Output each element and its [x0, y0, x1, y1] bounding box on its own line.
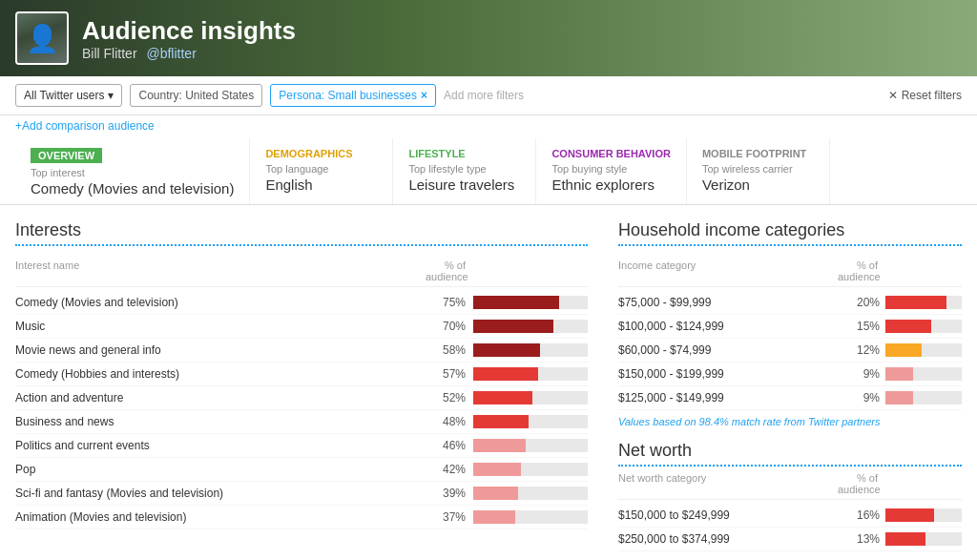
table-row: Action and adventure52%: [15, 386, 588, 410]
interests-table-body: Comedy (Movies and television)75%Music70…: [15, 291, 588, 529]
avatar: [15, 11, 69, 65]
list-item: $150,000 to $249,99916%: [618, 504, 962, 528]
reset-label: Reset filters: [902, 89, 962, 102]
col-interest-name: Interest name: [15, 259, 426, 282]
reset-x-icon: ✕: [888, 89, 901, 102]
table-row: Comedy (Movies and television)75%: [15, 291, 588, 315]
tab-lifestyle-sublabel: Top lifestyle type: [408, 163, 520, 175]
income-bar-container: [885, 391, 962, 404]
networth-pct: 16%: [847, 508, 885, 522]
networth-table-body: $150,000 to $249,99916%$250,000 to $374,…: [618, 504, 962, 551]
interest-name: Politics and current events: [15, 439, 426, 452]
interests-table-header: Interest name % of audience: [15, 256, 588, 287]
table-row: Movie news and general info58%: [15, 339, 588, 363]
interests-panel: Interests Interest name % of audience Co…: [15, 220, 588, 551]
networth-bar-container: [885, 532, 962, 546]
main-content: Interests Interest name % of audience Co…: [0, 205, 977, 560]
interest-bar-container: [473, 391, 588, 404]
avatar-image: [17, 13, 67, 63]
interest-bar: [473, 510, 515, 524]
interest-pct: 37%: [426, 510, 473, 524]
tab-consumer-sublabel: Top buying style: [551, 163, 670, 175]
income-title: Household income categories: [618, 220, 962, 246]
income-table-body: $75,000 - $99,99920%$100,000 - $124,9991…: [618, 291, 962, 410]
tab-demographics-value: English: [265, 176, 377, 193]
reset-filters-button[interactable]: ✕ Reset filters: [888, 89, 962, 102]
list-item: $100,000 - $124,99915%: [618, 315, 962, 339]
income-pct: 15%: [847, 320, 885, 333]
col-interest-pct: % of audience: [426, 259, 473, 282]
income-category: $75,000 - $99,999: [618, 296, 847, 309]
col-networth-pct: % of audience: [838, 472, 885, 495]
interest-bar-container: [473, 439, 588, 452]
table-row: Music70%: [15, 315, 588, 339]
income-bar: [885, 367, 913, 381]
income-note: Values based on 98.4% match rate from Tw…: [618, 416, 962, 427]
table-row: Business and news48%: [15, 410, 588, 434]
table-row: Comedy (Hobbies and interests)57%: [15, 363, 588, 386]
interest-bar: [473, 463, 521, 476]
networth-title: Net worth: [618, 441, 962, 467]
interest-bar: [473, 487, 518, 500]
add-filter-button[interactable]: Add more filters: [444, 89, 881, 102]
income-bar-container: [885, 320, 962, 333]
networth-pct: 13%: [847, 532, 885, 546]
interest-name: Action and adventure: [15, 391, 426, 404]
networth-table-header: Net worth category % of audience: [618, 468, 962, 500]
interest-name: Comedy (Movies and television): [15, 296, 426, 309]
interest-pct: 46%: [426, 439, 473, 452]
interest-name: Animation (Movies and television): [15, 510, 426, 524]
tab-overview-sublabel: Top interest: [31, 167, 234, 178]
list-item: $125,000 - $149,9999%: [618, 386, 962, 410]
list-item: $60,000 - $74,99912%: [618, 339, 962, 363]
income-bar: [885, 343, 922, 357]
income-bar-container: [885, 343, 962, 357]
income-bar: [885, 320, 931, 333]
persona-filter-label: Persona: Small businesses: [279, 89, 417, 102]
tab-demographics[interactable]: DEMOGRAPHICSTop languageEnglish: [250, 138, 393, 204]
interest-pct: 52%: [426, 391, 473, 404]
table-row: Sci-fi and fantasy (Movies and televisio…: [15, 482, 588, 506]
audience-dropdown[interactable]: All Twitter users ▾: [15, 84, 122, 107]
tab-lifestyle[interactable]: LIFESTYLETop lifestyle typeLeisure trave…: [393, 138, 536, 204]
interest-bar-container: [473, 343, 588, 357]
tab-mobile-label: MOBILE FOOTPRINT: [702, 148, 814, 159]
income-pct: 12%: [847, 343, 885, 357]
comparison-link[interactable]: +Add comparison audience: [0, 115, 977, 138]
interest-bar-container: [473, 510, 588, 524]
persona-filter[interactable]: Persona: Small businesses ×: [270, 84, 436, 107]
interest-name: Pop: [15, 463, 426, 476]
tab-lifestyle-label: LIFESTYLE: [408, 148, 520, 159]
income-category: $60,000 - $74,999: [618, 343, 847, 357]
country-filter[interactable]: Country: United States: [130, 84, 262, 107]
interest-bar: [473, 367, 538, 381]
list-item: $250,000 to $374,99913%: [618, 528, 962, 551]
interest-name: Sci-fi and fantasy (Movies and televisio…: [15, 487, 426, 500]
user-info: Bill Flitter @bflitter: [82, 46, 296, 61]
country-filter-label: Country: United States: [138, 89, 254, 102]
tab-consumer[interactable]: CONSUMER BEHAVIORTop buying styleEthnic …: [536, 138, 686, 204]
income-pct: 9%: [847, 391, 885, 404]
interest-bar-container: [473, 487, 588, 500]
list-item: $75,000 - $99,99920%: [618, 291, 962, 315]
table-row: Politics and current events46%: [15, 434, 588, 458]
list-item: $150,000 - $199,9999%: [618, 363, 962, 386]
tabs-bar: OVERVIEWTop interestComedy (Movies and t…: [0, 138, 977, 205]
income-bar: [885, 296, 946, 309]
tab-overview[interactable]: OVERVIEWTop interestComedy (Movies and t…: [15, 138, 250, 204]
interest-pct: 48%: [426, 415, 473, 428]
col-interest-bar: [473, 259, 588, 282]
tab-overview-value: Comedy (Movies and television): [31, 180, 234, 197]
income-bar-container: [885, 367, 962, 381]
audience-dropdown-label: All Twitter users: [24, 89, 104, 102]
col-networth-bar: [885, 472, 962, 495]
income-table-header: Income category % of audience: [618, 256, 962, 287]
tab-overview-label: OVERVIEW: [31, 148, 102, 163]
col-income-pct: % of audience: [838, 259, 885, 282]
col-income-name: Income category: [618, 259, 838, 282]
persona-filter-close[interactable]: ×: [421, 89, 427, 102]
tab-mobile[interactable]: MOBILE FOOTPRINTTop wireless carrierVeri…: [687, 138, 830, 204]
filter-bar: All Twitter users ▾ Country: United Stat…: [0, 76, 977, 115]
tab-consumer-label: CONSUMER BEHAVIOR: [551, 148, 670, 159]
interest-pct: 75%: [426, 296, 473, 309]
